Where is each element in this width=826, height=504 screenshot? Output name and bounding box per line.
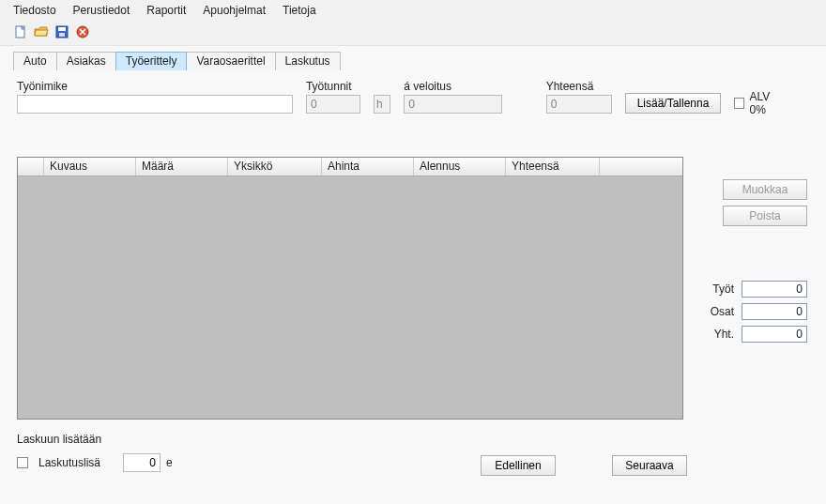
muokkaa-button[interactable]: Muokkaa [723,179,807,200]
laskuun-lisataan-label: Laskuun lisätään [17,433,809,446]
poista-button[interactable]: Poista [723,206,807,226]
laskutuslisa-checkbox[interactable] [17,457,28,468]
aveloitus-input[interactable] [404,95,502,114]
yht-label: Yht. [714,328,734,341]
tyot-value: 0 [742,281,807,298]
tyonimike-label: Työnimike [17,80,293,93]
grid-side-controls: Muokkaa Poista Työt 0 Osat 0 Yht. 0 [704,157,807,343]
alv-checkbox[interactable] [734,98,744,109]
alv-label: ALV 0% [749,90,786,116]
tab-content: Työnimike Työtunnit á veloitus Yhteensä … [0,70,826,504]
grid-col-selector[interactable] [18,158,44,176]
menu-perustiedot[interactable]: Perustiedot [73,4,130,17]
osat-value: 0 [742,303,807,320]
seuraava-button[interactable]: Seuraava [612,455,687,476]
menu-raportit[interactable]: Raportit [146,4,186,17]
menu-tiedosto[interactable]: Tiedosto [13,4,56,17]
yht-value: 0 [742,326,807,343]
totals: Työt 0 Osat 0 Yht. 0 [704,281,807,343]
grid-col-yksikko[interactable]: Yksikkö [228,158,322,176]
laskutuslisa-label: Laskutuslisä [38,456,100,469]
toolbar [0,21,826,46]
menu-tietoja[interactable]: Tietoja [283,4,316,17]
open-folder-icon[interactable] [34,24,49,39]
footer: Laskuun lisätään Laskutuslisä e Edelline… [17,433,809,472]
tyot-label: Työt [712,283,734,296]
grid-col-kuvaus[interactable]: Kuvaus [44,158,136,176]
tab-tyoerittely[interactable]: Työerittely [115,52,188,70]
grid-col-yhteensa[interactable]: Yhteensä [506,158,600,176]
osat-label: Osat [711,305,734,318]
yhteensa-input [546,95,612,114]
menu-apuohjelmat[interactable]: Apuohjelmat [203,4,266,17]
tyotunnit-unit [374,95,390,114]
tab-auto[interactable]: Auto [13,52,57,70]
tab-asiakas[interactable]: Asiakas [56,52,116,70]
save-icon[interactable] [54,24,69,39]
tab-strip: Auto Asiakas Työerittely Varaosaerittel … [0,46,826,70]
tyotunnit-input[interactable] [306,95,360,114]
grid-col-maara[interactable]: Määrä [136,158,228,176]
grid-col-ahinta[interactable]: Ahinta [322,158,414,176]
lisaa-tallenna-button[interactable]: Lisää/Tallenna [625,93,722,114]
tyotunnit-unit-label [374,80,390,93]
laskutuslisa-input[interactable] [123,453,161,472]
yhteensa-label: Yhteensä [546,80,612,93]
work-entry-row: Työnimike Työtunnit á veloitus Yhteensä … [17,78,809,114]
svg-rect-3 [59,33,65,37]
svg-rect-2 [58,27,66,31]
tab-laskutus[interactable]: Laskutus [275,52,341,70]
grid-col-alennus[interactable]: Alennus [414,158,506,176]
alv-checkbox-wrap[interactable]: ALV 0% [734,93,809,114]
tab-varaosaerittely[interactable]: Varaosaerittel [186,52,275,70]
grid-header: Kuvaus Määrä Yksikkö Ahinta Alennus Yhte… [18,158,682,176]
aveloitus-label: á veloitus [404,80,502,93]
delete-icon[interactable] [75,24,90,39]
tyotunnit-label: Työtunnit [306,80,360,93]
new-file-icon[interactable] [13,24,28,39]
tyonimike-input[interactable] [17,95,293,114]
edellinen-button[interactable]: Edellinen [481,455,556,476]
laskutuslisa-unit: e [166,456,173,469]
work-data-grid[interactable]: Kuvaus Määrä Yksikkö Ahinta Alennus Yhte… [17,157,683,420]
menu-bar: Tiedosto Perustiedot Raportit Apuohjelma… [0,0,826,21]
